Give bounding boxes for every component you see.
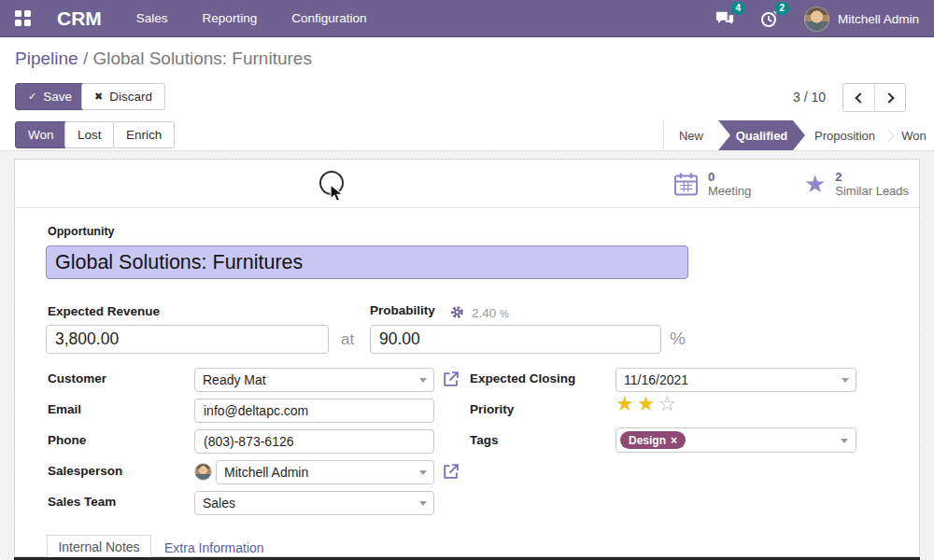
similar-leads-stat-button[interactable]: ★ 2 Similar Leads [804,160,909,208]
pager-counter: 3 / 10 [793,90,826,105]
expected-revenue-input[interactable] [46,325,329,354]
salesperson-field [216,460,434,484]
pager-next-button[interactable] [874,84,905,111]
won-button[interactable]: Won [15,121,67,148]
save-button-label: Save [43,90,72,104]
tags-label: Tags [470,433,499,447]
breadcrumb-separator: / [78,49,93,68]
expected-closing-label: Expected Closing [470,371,575,385]
opportunity-label: Opportunity [48,225,115,238]
sales-team-field [194,491,434,515]
phone-input[interactable] [194,429,434,454]
stage-pipeline: New Qualified Proposition Won [663,120,934,150]
stage-proposition[interactable]: Proposition [805,120,884,150]
probability-label: Probability [370,303,435,317]
discard-button-label: Discard [109,90,152,104]
statusbar: Won Lost Enrich New Qualified Propositio… [0,120,934,151]
stage-new[interactable]: New [664,120,718,150]
customer-input[interactable] [194,368,434,392]
tab-extra-information[interactable]: Extra Information [164,540,264,555]
similar-leads-stat-text: 2 Similar Leads [835,170,909,198]
percent-suffix: % [670,329,686,349]
calendar-icon [673,172,699,197]
email-input[interactable] [194,399,434,423]
email-label: Email [48,402,81,416]
tag-design-label: Design [629,434,666,447]
pager-previous-button[interactable] [843,84,874,111]
meeting-stat-button[interactable]: 0 Meeting [673,160,751,208]
stage-separator-chevron [884,120,894,150]
crm-app-window: CRM Sales Reporting Configuration 4 2 [0,0,934,560]
mouse-cursor [330,184,344,203]
menu-configuration[interactable]: Configuration [291,11,366,25]
app-brand[interactable]: CRM [57,7,102,30]
stage-qualified-active[interactable]: Qualified [718,120,805,150]
close-icon: ✖ [94,91,103,103]
menu-sales[interactable]: Sales [136,11,168,25]
similar-leads-label: Similar Leads [835,184,909,198]
top-navbar: CRM Sales Reporting Configuration 4 2 [0,0,934,37]
messages-badge: 4 [730,2,745,15]
chevron-right-icon [884,92,894,103]
meeting-stat-text: 0 Meeting [708,170,751,198]
salesperson-avatar [194,463,212,481]
customer-label: Customer [48,371,106,385]
sales-team-input[interactable] [194,491,434,515]
user-name[interactable]: Mitchell Admin [838,12,919,26]
save-button[interactable]: ✓ Save [15,83,85,110]
messages-icon[interactable]: 4 [715,9,735,28]
menu-reporting[interactable]: Reporting [203,11,258,25]
priority-star-1[interactable]: ★ [616,392,637,415]
salesperson-external-link-icon[interactable] [442,463,460,481]
expected-revenue-label: Expected Revenue [48,304,160,318]
chevron-left-icon [855,92,865,103]
probability-auto-value: 2.40 % [472,306,509,320]
navbar-right: 4 2 Mitchell Admin [715,0,934,37]
at-label: at [341,330,354,349]
activities-icon[interactable]: 2 [760,9,779,28]
pager-buttons [842,83,906,112]
priority-star-3[interactable]: ☆ [658,392,679,415]
salesperson-input[interactable] [216,460,434,484]
user-avatar[interactable] [804,7,829,32]
tags-field[interactable]: Design × [616,427,856,453]
probability-input[interactable] [370,325,661,354]
meeting-label: Meeting [708,184,751,198]
stat-button-box: 0 Meeting ★ 2 Similar Leads [15,160,919,208]
stage-won[interactable]: Won [894,120,934,150]
tab-internal-notes[interactable]: Internal Notes [47,535,151,558]
priority-star-2[interactable]: ★ [637,392,658,415]
priority-stars: ★★☆ [616,392,679,416]
breadcrumb-current: Global Solutions: Furnitures [92,49,311,68]
opportunity-title-input[interactable] [46,245,688,279]
phone-label: Phone [48,433,86,447]
sales-team-label: Sales Team [48,495,116,509]
similar-leads-count: 2 [835,170,909,184]
activities-badge: 2 [774,2,789,15]
expected-closing-input[interactable] [616,368,856,392]
lost-button[interactable]: Lost [64,121,115,148]
main-content-area: 0 Meeting ★ 2 Similar Leads Opportunity … [0,151,934,560]
salesperson-label: Salesperson [48,464,122,478]
tag-remove-icon[interactable]: × [671,434,677,447]
opportunity-form-card: 0 Meeting ★ 2 Similar Leads Opportunity … [14,159,920,557]
breadcrumb-pipeline-link[interactable]: Pipeline [15,49,78,68]
apps-grid-icon[interactable] [15,10,32,27]
customer-field [194,368,434,392]
star-icon: ★ [804,172,826,196]
gear-icon[interactable] [450,305,464,319]
discard-button[interactable]: ✖ Discard [81,83,165,110]
check-icon: ✓ [28,91,36,103]
expected-closing-field [616,368,856,392]
enrich-button[interactable]: Enrich [113,121,175,148]
priority-label: Priority [470,402,514,416]
tag-design[interactable]: Design × [620,431,686,449]
customer-external-link-icon[interactable] [442,371,460,388]
breadcrumb: Pipeline / Global Solutions: Furnitures [15,49,312,69]
meeting-count: 0 [708,170,751,184]
caret-down-icon [841,439,848,443]
